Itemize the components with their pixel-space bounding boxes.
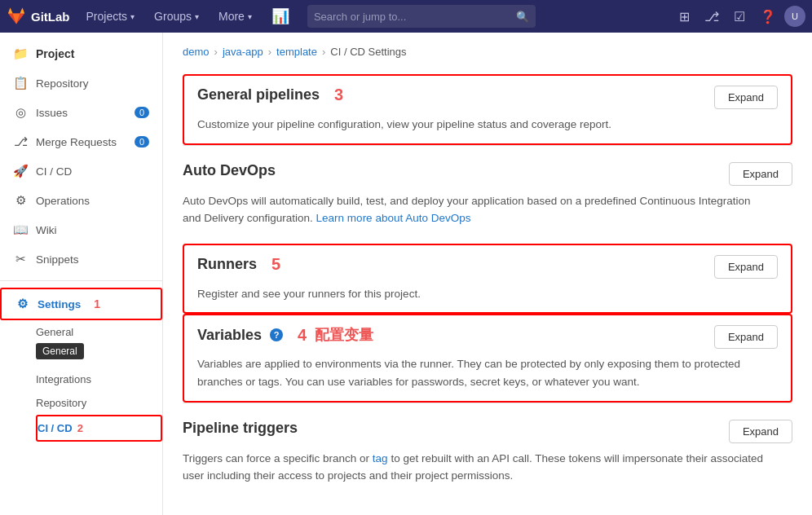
top-navigation: GitLab Projects ▾ Groups ▾ More ▾ 📊 🔍 ⊞ … bbox=[0, 0, 812, 33]
runners-desc: Register and see your runners for this p… bbox=[197, 285, 778, 303]
sidebar-sub-repository[interactable]: Repository bbox=[36, 391, 162, 415]
sidebar-sub-general[interactable]: General bbox=[36, 320, 86, 344]
variables-expand-button[interactable]: Expand bbox=[714, 325, 778, 349]
breadcrumb-demo[interactable]: demo bbox=[183, 46, 210, 58]
auto-devops-learn-more-link[interactable]: Learn more about Auto DevOps bbox=[316, 212, 471, 224]
issues-badge: 0 bbox=[135, 107, 149, 118]
runners-expand-button[interactable]: Expand bbox=[714, 255, 778, 279]
pipeline-triggers-desc: Triggers can force a specific branch or … bbox=[183, 450, 770, 485]
sidebar-sub-integrations[interactable]: Integrations bbox=[36, 368, 162, 391]
sidebar-project-label: Project bbox=[36, 47, 74, 60]
pipeline-triggers-tag-link[interactable]: tag bbox=[373, 452, 388, 464]
sidebar-item-cicd[interactable]: 🚀 CI / CD bbox=[0, 156, 162, 186]
main-content: demo › java-app › template › CI / CD Set… bbox=[163, 33, 812, 515]
gitlab-logo[interactable]: GitLab bbox=[7, 7, 70, 26]
auto-devops-header: Auto DevOps Expand bbox=[183, 162, 792, 186]
runners-badge: 5 bbox=[271, 255, 280, 274]
breadcrumb-sep-3: › bbox=[322, 46, 325, 58]
user-avatar[interactable]: U bbox=[784, 6, 805, 27]
settings-badge-num: 1 bbox=[94, 297, 100, 310]
general-pipelines-badge: 3 bbox=[334, 86, 343, 104]
more-chevron: ▾ bbox=[248, 12, 252, 21]
search-input[interactable] bbox=[314, 11, 516, 23]
main-layout: 📁 Project 📋 Repository ◎ Issues 0 ⎇ Merg… bbox=[0, 33, 812, 515]
variables-chinese-label: 配置变量 bbox=[315, 325, 373, 345]
nav-icons: ⊞ ⎇ ☑ ❓ U bbox=[673, 0, 805, 33]
snippets-icon: ✂ bbox=[13, 252, 28, 266]
settings-submenu: General General Members Integrations Rep… bbox=[0, 320, 162, 442]
search-icon: 🔍 bbox=[516, 11, 529, 23]
general-pipelines-header: General pipelines 3 Expand bbox=[197, 86, 778, 109]
create-new-icon[interactable]: ⊞ bbox=[673, 0, 696, 33]
breadcrumb: demo › java-app › template › CI / CD Set… bbox=[183, 46, 792, 58]
groups-menu[interactable]: Groups ▾ bbox=[146, 0, 207, 33]
sidebar-cicd-label: CI / CD bbox=[36, 165, 72, 178]
sidebar-item-operations[interactable]: ⚙ Operations bbox=[0, 186, 162, 215]
auto-devops-desc: Auto DevOps will automatically build, te… bbox=[183, 192, 770, 227]
sidebar-wiki-label: Wiki bbox=[36, 224, 57, 236]
repository-icon: 📋 bbox=[13, 76, 28, 90]
projects-menu[interactable]: Projects ▾ bbox=[78, 0, 143, 33]
settings-nav-icon: ⚙ bbox=[15, 297, 29, 311]
breadcrumb-template[interactable]: template bbox=[276, 46, 317, 58]
sidebar-item-project: 📁 Project bbox=[0, 39, 162, 68]
sidebar-issues-label: Issues bbox=[36, 107, 68, 119]
sidebar-snippets-label: Snippets bbox=[36, 253, 79, 266]
projects-chevron: ▾ bbox=[130, 12, 135, 21]
runners-title: Runners bbox=[197, 256, 257, 273]
sidebar-merge-label: Merge Requests bbox=[36, 136, 117, 148]
more-menu[interactable]: More ▾ bbox=[210, 0, 260, 33]
variables-help-icon[interactable]: ? bbox=[270, 328, 283, 341]
groups-chevron: ▾ bbox=[195, 12, 199, 21]
pipeline-triggers-header: Pipeline triggers Expand bbox=[183, 420, 792, 443]
sidebar-item-repository[interactable]: 📋 Repository bbox=[0, 68, 162, 98]
pipeline-triggers-section: Pipeline triggers Expand Triggers can fo… bbox=[183, 403, 792, 501]
auto-devops-expand-button[interactable]: Expand bbox=[729, 162, 792, 186]
wiki-icon: 📖 bbox=[13, 222, 28, 237]
general-sub-wrapper: General General bbox=[36, 320, 86, 344]
cicd-badge-num: 2 bbox=[77, 422, 83, 434]
merge-requests-nav-icon: ⎇ bbox=[13, 134, 28, 149]
pipeline-triggers-title-row: Pipeline triggers bbox=[183, 420, 298, 437]
sidebar-settings-label: Settings bbox=[38, 298, 81, 310]
project-icon: 📁 bbox=[13, 46, 28, 61]
breadcrumb-current: CI / CD Settings bbox=[330, 46, 406, 58]
general-pipelines-section: General pipelines 3 Expand Customize you… bbox=[183, 74, 792, 145]
sidebar: 📁 Project 📋 Repository ◎ Issues 0 ⎇ Merg… bbox=[0, 33, 163, 515]
general-pipelines-expand-button[interactable]: Expand bbox=[714, 86, 778, 109]
breadcrumb-java-app[interactable]: java-app bbox=[223, 46, 263, 58]
operations-icon: ⚙ bbox=[13, 193, 28, 208]
merge-requests-icon[interactable]: ⎇ bbox=[698, 0, 726, 33]
pipeline-triggers-title: Pipeline triggers bbox=[183, 420, 298, 437]
sidebar-repository-label: Repository bbox=[36, 77, 89, 90]
breadcrumb-sep-1: › bbox=[214, 46, 218, 58]
general-pipelines-desc: Customize your pipeline configuration, v… bbox=[197, 116, 778, 134]
sidebar-divider bbox=[0, 280, 162, 281]
auto-devops-section: Auto DevOps Expand Auto DevOps will auto… bbox=[183, 145, 792, 244]
pipeline-triggers-expand-button[interactable]: Expand bbox=[729, 420, 792, 443]
issues-nav-icon: ◎ bbox=[13, 105, 28, 120]
issues-icon[interactable]: ☑ bbox=[727, 0, 752, 33]
general-tooltip: General bbox=[36, 343, 84, 359]
sidebar-item-merge-requests[interactable]: ⎇ Merge Requests 0 bbox=[0, 127, 162, 156]
variables-desc: Variables are applied to environments vi… bbox=[197, 355, 778, 390]
cicd-icon: 🚀 bbox=[13, 164, 28, 178]
sidebar-sub-cicd[interactable]: CI / CD 2 bbox=[36, 415, 162, 442]
brand-name: GitLab bbox=[31, 10, 70, 24]
runners-section: Runners 5 Expand Register and see your r… bbox=[183, 244, 792, 315]
general-pipelines-title-row: General pipelines 3 bbox=[197, 86, 343, 104]
search-bar[interactable]: 🔍 bbox=[307, 5, 536, 28]
sidebar-operations-label: Operations bbox=[36, 195, 90, 207]
activity-icon[interactable]: 📊 bbox=[263, 0, 298, 33]
sidebar-item-wiki[interactable]: 📖 Wiki bbox=[0, 215, 162, 244]
general-pipelines-title: General pipelines bbox=[197, 86, 320, 103]
variables-title-row: Variables ? 4 配置变量 bbox=[197, 325, 373, 345]
sidebar-item-snippets[interactable]: ✂ Snippets bbox=[0, 244, 162, 274]
sidebar-item-issues[interactable]: ◎ Issues 0 bbox=[0, 98, 162, 127]
runners-header: Runners 5 Expand bbox=[197, 255, 778, 279]
help-icon[interactable]: ❓ bbox=[753, 0, 783, 33]
sidebar-item-settings[interactable]: ⚙ Settings 1 bbox=[0, 288, 162, 320]
variables-section: Variables ? 4 配置变量 Expand Variables are … bbox=[183, 314, 792, 402]
auto-devops-title-row: Auto DevOps bbox=[183, 162, 276, 179]
variables-header: Variables ? 4 配置变量 Expand bbox=[197, 325, 778, 349]
